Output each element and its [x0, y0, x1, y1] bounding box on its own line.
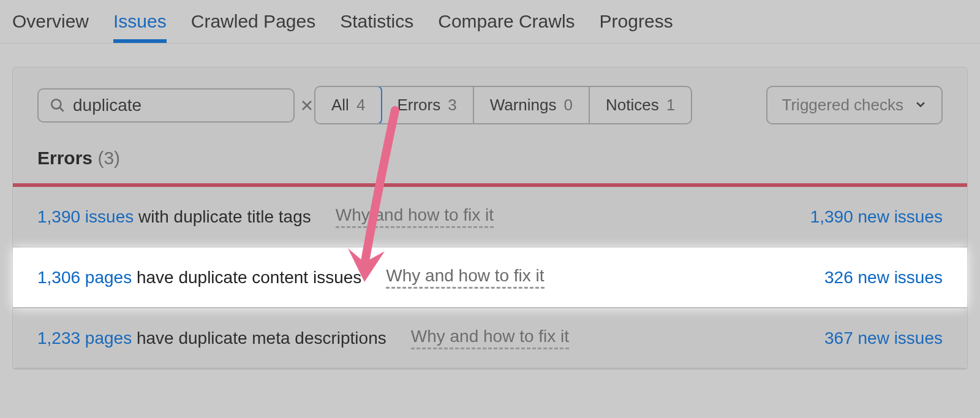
- chevron-down-icon: [914, 96, 927, 115]
- tab-compare-crawls[interactable]: Compare Crawls: [438, 11, 575, 43]
- search-input[interactable]: [73, 96, 292, 115]
- new-issues-link[interactable]: 1,390 new issues: [810, 207, 943, 227]
- toolbar: All 4 Errors 3 Warnings 0 Notices 1 Trig…: [13, 86, 967, 140]
- new-issues-link[interactable]: 367 new issues: [824, 329, 943, 348]
- filter-all-count: 4: [356, 96, 365, 115]
- filter-warnings[interactable]: Warnings 0: [474, 87, 590, 123]
- tab-statistics[interactable]: Statistics: [340, 11, 413, 43]
- tab-overview[interactable]: Overview: [12, 11, 89, 43]
- section-title-count: (3): [97, 148, 120, 168]
- issue-text: with duplicate title tags: [134, 207, 311, 226]
- issue-count-link[interactable]: 1,390 issues: [37, 207, 134, 226]
- why-how-link[interactable]: Why and how to fix it: [386, 266, 544, 289]
- dropdown-label: Triggered checks: [782, 96, 903, 115]
- filter-notices[interactable]: Notices 1: [590, 87, 691, 123]
- filter-warnings-count: 0: [564, 96, 572, 115]
- search-icon: [50, 97, 66, 113]
- filter-warnings-label: Warnings: [490, 96, 557, 115]
- tabs-nav: Overview Issues Crawled Pages Statistics…: [0, 0, 980, 44]
- table-row: 1,233 pages have duplicate meta descript…: [13, 308, 967, 369]
- svg-point-0: [51, 99, 61, 108]
- search-box[interactable]: [37, 88, 295, 123]
- filter-segment: All 4 Errors 3 Warnings 0 Notices 1: [314, 86, 692, 124]
- section-title-text: Errors: [37, 148, 92, 168]
- filter-notices-count: 1: [666, 96, 675, 115]
- filter-all[interactable]: All 4: [314, 86, 382, 124]
- triggered-checks-dropdown[interactable]: Triggered checks: [766, 86, 943, 124]
- tab-crawled-pages[interactable]: Crawled Pages: [191, 11, 315, 43]
- tab-progress[interactable]: Progress: [600, 11, 673, 43]
- filter-all-label: All: [331, 96, 349, 115]
- issues-list: 1,390 issues with duplicate title tags W…: [13, 183, 967, 369]
- table-row: 1,306 pages have duplicate content issue…: [13, 248, 967, 308]
- filter-notices-label: Notices: [606, 96, 659, 115]
- filter-errors[interactable]: Errors 3: [381, 87, 473, 123]
- new-issues-link[interactable]: 326 new issues: [824, 268, 943, 287]
- section-title: Errors (3): [13, 140, 967, 183]
- tab-issues[interactable]: Issues: [113, 11, 167, 43]
- why-how-link[interactable]: Why and how to fix it: [411, 327, 569, 349]
- why-how-link[interactable]: Why and how to fix it: [336, 205, 494, 228]
- issue-count-link[interactable]: 1,233 pages: [37, 329, 132, 348]
- clear-icon[interactable]: [300, 98, 314, 113]
- issue-text: have duplicate meta descriptions: [132, 329, 386, 348]
- svg-line-1: [60, 107, 64, 111]
- filter-errors-label: Errors: [397, 96, 440, 115]
- table-row: 1,390 issues with duplicate title tags W…: [13, 187, 967, 248]
- filter-errors-count: 3: [448, 96, 456, 115]
- issues-panel: All 4 Errors 3 Warnings 0 Notices 1 Trig…: [12, 67, 968, 370]
- issue-text: have duplicate content issues: [132, 268, 361, 287]
- issue-count-link[interactable]: 1,306 pages: [37, 268, 132, 287]
